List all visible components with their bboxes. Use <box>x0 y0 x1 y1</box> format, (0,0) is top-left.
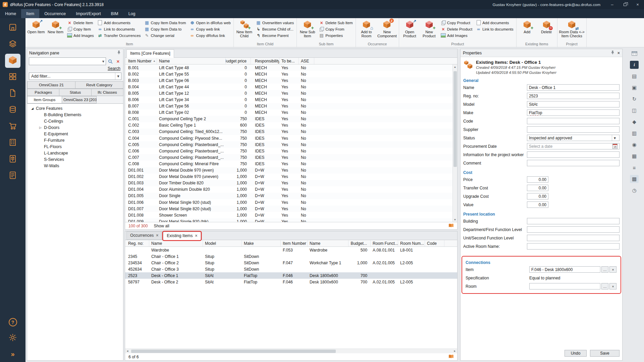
open-in-drofus-web-button[interactable]: Open in dRofus web <box>188 19 232 26</box>
chevron-down-icon[interactable]: ▾ <box>612 135 618 141</box>
make-input[interactable]: FlatTop <box>527 109 620 116</box>
value-input[interactable]: 0.00 <box>527 201 548 208</box>
calendar-icon[interactable]: 15 <box>612 144 618 149</box>
reports-module-icon[interactable] <box>5 169 20 183</box>
open-product-button[interactable]: Open Product <box>400 19 419 42</box>
existing-item-row[interactable]: Wardrobe F.053 Wardrobe 500 A.08.01.001 … <box>125 247 457 253</box>
item-row[interactable]: D01.001 Door Metal Double 970 (even) 1,0… <box>125 167 457 174</box>
item-row[interactable]: B.002 Lift Cart Type 55 0 MECH Yes No <box>125 71 457 77</box>
clear-room-button[interactable]: × <box>609 283 616 289</box>
products-panel-icon[interactable]: ▣ <box>630 84 639 92</box>
documents-panel-icon[interactable]: ▥ <box>630 129 639 137</box>
item-row[interactable]: C.003 Compound Ceiling: Tiled_600x12... … <box>125 129 457 135</box>
change-serial-button[interactable]: Change serial <box>143 32 188 39</box>
item-row[interactable]: D01.007 Door Metal Single 820 (stud) 1,0… <box>125 206 457 212</box>
item-row[interactable]: C.006 Compound Ceiling: Plasterboard_...… <box>125 148 457 154</box>
col-name[interactable]: Name <box>149 240 203 246</box>
code-input[interactable] <box>527 118 620 124</box>
filter-tab[interactable]: Ifc Classes <box>91 89 123 96</box>
filter-tab[interactable]: Packages <box>27 89 59 96</box>
scrollbar-thumb[interactable] <box>453 71 457 167</box>
tree-item[interactable]: L-Landscape <box>27 150 123 156</box>
active-room-name-input[interactable] <box>527 243 620 250</box>
name-input[interactable]: Desk - Office 1 <box>527 84 620 91</box>
tree-item[interactable]: ▷ D-Doors <box>27 124 123 131</box>
building-input[interactable] <box>527 218 620 224</box>
browse-room-button[interactable]: … <box>601 283 608 289</box>
functions-module-icon[interactable] <box>5 37 20 51</box>
become-parent-button[interactable]: Become Parent <box>254 32 296 39</box>
history-panel-icon[interactable]: ◷ <box>630 186 639 194</box>
menu-item[interactable]: Log <box>123 9 141 18</box>
copy-product-button[interactable]: Copy Product <box>439 19 474 26</box>
item-row[interactable]: D01.005 Door Single 1,000 D+W Yes No <box>125 193 457 199</box>
scroll-right-icon[interactable]: ► <box>452 349 457 354</box>
help-icon[interactable]: ? <box>9 318 17 326</box>
images-panel-icon[interactable]: ◉ <box>630 141 639 149</box>
col-to-be[interactable]: To be... <box>279 58 299 64</box>
undo-button[interactable]: Undo <box>565 350 587 357</box>
item-row[interactable]: B.004 Lift Cart Type 44 0 MECH Yes No <box>125 84 457 90</box>
pin-icon[interactable] <box>117 50 121 56</box>
organization-module-icon[interactable] <box>5 136 20 150</box>
occurrences-panel-icon[interactable]: ▩ <box>630 175 639 183</box>
col-item-number[interactable]: Item Number <box>281 240 308 246</box>
overwritten-values-button[interactable]: Overwritten values <box>254 19 296 26</box>
copy-from-button[interactable]: Copy From <box>317 26 355 32</box>
add-documents-button[interactable]: Add documents <box>96 19 143 26</box>
bottom-tab[interactable]: Occurrences × <box>126 231 162 240</box>
pin-icon[interactable] <box>610 50 615 56</box>
tree-item[interactable]: F-Furniture <box>27 137 123 143</box>
properties-button[interactable]: Properties <box>317 32 355 39</box>
item-row[interactable]: B.008 Lift Cart Type 02 0 MECH Yes No <box>125 109 457 116</box>
filter-tab[interactable]: OmniClass 21 <box>27 81 75 89</box>
transfer-occurrences-button[interactable]: Transfer Occurrences <box>96 32 143 39</box>
tree-item[interactable]: FL-Floors <box>27 143 123 150</box>
col-room-function[interactable]: Room Funct... <box>371 240 398 246</box>
copy-item-data-from-button[interactable]: Copy Item Data from <box>143 19 188 26</box>
product-add-documents-button[interactable]: Add documents <box>474 19 515 26</box>
room-data-item-checks-button[interactable]: Room Data <-> Item Checks <box>558 19 585 42</box>
copy-item-data-to-button[interactable]: Copy Item Data to <box>143 26 188 32</box>
horizontal-scrollbar[interactable]: ◄ ► <box>125 349 457 353</box>
model-input[interactable]: SitAt <box>527 101 620 107</box>
tree-root-core-features[interactable]: ◢ Core Features <box>27 105 123 111</box>
items-module-icon[interactable] <box>5 54 20 68</box>
models-module-icon[interactable] <box>5 152 20 167</box>
filter-tab[interactable]: Item Groups <box>27 96 62 103</box>
new-item-child-button[interactable]: New Item Child <box>235 19 254 42</box>
col-responsibility[interactable]: Responsibility <box>251 58 279 64</box>
open-item-button[interactable]: Open Item <box>26 19 46 42</box>
filter-tab[interactable]: OmniClass 23 [2012-05-16] <box>62 96 97 103</box>
menu-item[interactable]: Home <box>0 9 21 18</box>
item-row[interactable]: C.001 Compound Ceiling Type 2 750 IDES Y… <box>125 116 457 122</box>
combo-dropdown-icon[interactable]: ▾ <box>102 59 104 64</box>
copy-web-link-button[interactable]: Copy web link <box>188 26 232 32</box>
copy-drofus-link-button[interactable]: Copy dRofus link <box>188 32 232 39</box>
item-row[interactable]: D01.003 Door Timber Double 820 1,000 D+W… <box>125 180 457 186</box>
item-row[interactable]: B.006 Lift Cart Type 34 0 MECH Yes No <box>125 96 457 103</box>
existing-add-button[interactable]: Add <box>518 19 537 42</box>
become-child-of-button[interactable]: Become Child of... <box>254 26 296 32</box>
minimize-button[interactable]: – <box>606 0 619 9</box>
col-item-number[interactable]: Item Number▲ <box>125 58 157 64</box>
report-book-icon[interactable] <box>448 354 454 360</box>
list-panel-icon[interactable]: ≡ <box>630 164 639 172</box>
classification-panel-icon[interactable]: ◆ <box>630 118 639 126</box>
tab-close-icon[interactable]: × <box>195 233 197 238</box>
add-filter-dropdown[interactable]: Add filter... ▾ <box>29 73 121 80</box>
item-row[interactable]: D01.002 Door Metal Double 970 (uneven) 1… <box>125 174 457 180</box>
add-to-room-button[interactable]: Add to Room <box>357 19 376 42</box>
item-row[interactable]: C.007 Compound Ceiling: Plasterboard_...… <box>125 154 457 161</box>
tab-close-icon[interactable]: × <box>156 233 158 238</box>
col-budget-price[interactable]: Budget price <box>226 58 251 64</box>
views-panel-icon[interactable]: ◫ <box>630 106 639 115</box>
clear-search-icon[interactable]: × <box>115 58 121 64</box>
item-row[interactable]: D01.008 Shower Screen 1,000 D+W Yes No <box>125 212 457 218</box>
item-row[interactable]: C.005 Compound Ceiling: Plasterboard_...… <box>125 141 457 148</box>
scroll-up-icon[interactable]: ▲ <box>453 64 457 69</box>
existing-item-row[interactable]: 452634 Chair - Office 3 Situp SitDown <box>125 266 457 272</box>
items-vertical-scrollbar[interactable]: ▲ ▼ <box>452 64 457 222</box>
tree-item[interactable]: C-Ceilings <box>27 118 123 124</box>
existing-item-row[interactable]: 2523 Desk - Office 1 SitAt FlatTop F.046… <box>125 272 457 279</box>
